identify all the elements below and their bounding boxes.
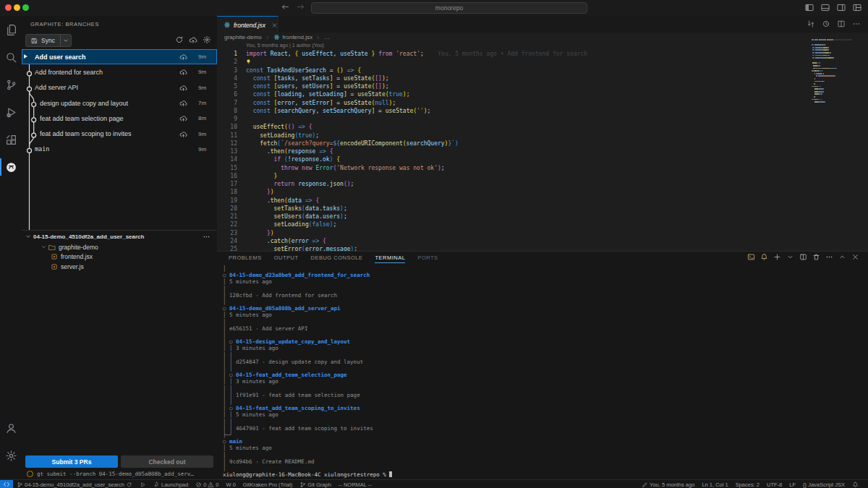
terminal-warn-icon[interactable] — [747, 253, 755, 261]
branch-row[interactable]: Add server API9m — [22, 80, 217, 95]
cloud-up-icon[interactable] — [189, 35, 197, 44]
more-icon[interactable] — [825, 253, 833, 261]
status-item-run-task[interactable] — [136, 480, 150, 488]
trash-icon[interactable] — [812, 253, 820, 261]
chevron-down-icon — [62, 37, 69, 44]
branch-age: 9m — [198, 69, 217, 75]
panel-tab-problems[interactable]: PROBLEMS — [229, 252, 262, 263]
command-center-search[interactable]: monorepo — [311, 2, 587, 14]
chevron-down-icon[interactable] — [786, 253, 794, 261]
status-item-encoding[interactable]: UTF-8 — [763, 480, 786, 488]
status-item-git-branch[interactable]: 04-15-demo_4510df2a_add_user_search — [13, 480, 136, 488]
split-icon[interactable] — [837, 20, 846, 28]
minimize-window-button[interactable] — [14, 4, 20, 11]
minimap[interactable] — [812, 39, 864, 120]
editor-group[interactable]: frontend.jsx graphite-demofrontend.jsx… … — [217, 16, 868, 251]
more-icon[interactable] — [852, 20, 861, 28]
branch-row[interactable]: design update copy and layout7m — [22, 95, 217, 111]
status-item-gitkraken[interactable]: GitKraken Pro (Trial) — [239, 480, 297, 488]
activity-bar-item-source-control[interactable] — [0, 71, 22, 98]
layout-custom-icon[interactable] — [852, 3, 862, 12]
branch-row[interactable]: feat add team selection page8m — [22, 111, 217, 126]
status-item-git-graph[interactable]: Git Graph — [296, 480, 335, 488]
line-number: 16 — [217, 172, 246, 180]
panel-tab-terminal[interactable]: TERMINAL — [375, 252, 405, 263]
file-row-server.js[interactable]: server.js — [22, 262, 217, 272]
arrow-left-icon[interactable] — [281, 2, 290, 12]
line-number: 6 — [217, 90, 246, 98]
line-number: 23 — [217, 229, 246, 237]
terminal-line: │ ○ 04-15-feat_add_team_scoping_to_invit… — [223, 405, 859, 411]
cloud-up-icon[interactable] — [179, 114, 188, 122]
activity-bar-item-search[interactable] — [0, 43, 22, 71]
status-item-label: Git Graph — [307, 481, 331, 488]
breadcrumb-item[interactable]: graphite-demo — [224, 34, 262, 40]
more-actions-icon[interactable] — [203, 233, 210, 241]
branch-row[interactable]: feat add team scoping to invites9m — [22, 126, 217, 141]
status-item-blame[interactable]: You, 5 months ago — [638, 480, 698, 488]
file-name: frontend.jsx — [61, 253, 93, 260]
breadcrumb-item[interactable]: frontend.jsx — [283, 34, 312, 40]
activity-bar-item-gear[interactable] — [0, 442, 22, 469]
status-item-notifications[interactable] — [848, 480, 862, 488]
branch-row[interactable]: main9m — [22, 142, 217, 157]
branch-row[interactable]: Add user search9m — [22, 49, 217, 64]
cloud-up-icon[interactable] — [179, 84, 188, 92]
cloud-up-icon[interactable] — [179, 130, 188, 138]
compare-icon[interactable] — [807, 20, 815, 28]
breadcrumb-item[interactable]: … — [324, 34, 330, 40]
section-header[interactable]: 04-15-demo_4510df2a_add_user_search — [22, 231, 217, 242]
close-window-button[interactable] — [5, 4, 12, 11]
layout-sidebar-icon[interactable] — [804, 3, 814, 12]
arrow-right-icon[interactable] — [296, 2, 305, 12]
layout-panel-icon[interactable] — [820, 3, 830, 12]
panel-tab-debug-console[interactable]: DEBUG CONSOLE — [311, 252, 363, 263]
activity-bar-item-explorer[interactable] — [0, 16, 22, 43]
close-icon[interactable] — [271, 22, 278, 29]
split-icon[interactable] — [799, 253, 807, 261]
status-item-launchpad[interactable]: Launchpad — [150, 480, 192, 488]
status-item-indentation[interactable]: Spaces: 2 — [732, 480, 763, 488]
tab-frontend-jsx[interactable]: frontend.jsx — [217, 16, 278, 33]
panel-tab-ports[interactable]: PORTS — [417, 252, 438, 263]
gear-icon[interactable] — [203, 35, 211, 44]
activity-bar-item-graphite[interactable] — [0, 153, 22, 181]
cloud-up-icon[interactable] — [179, 68, 188, 76]
status-item-vim-mode[interactable]: -- NORMAL -- — [335, 480, 375, 488]
terminal-line: │ 5 minutes ago — [223, 312, 859, 318]
plus-icon[interactable] — [773, 253, 781, 261]
zoom-window-button[interactable] — [22, 4, 29, 11]
cloud-up-icon[interactable] — [179, 53, 188, 61]
activity-bar-item-run-debug[interactable] — [0, 98, 22, 126]
status-item-label: -- NORMAL -- — [339, 481, 372, 488]
terminal[interactable]: │○ 04-15-demo_d23a8be9_add_frontend_for_… — [223, 265, 859, 479]
layout-sidebar-right-icon[interactable] — [836, 3, 846, 12]
code-area[interactable]: 1import React, { useEffect, useState } f… — [217, 50, 803, 253]
chevron-up-icon[interactable] — [838, 253, 846, 261]
cloud-up-icon[interactable] — [179, 99, 188, 107]
checked-out-button[interactable]: Checked out — [121, 455, 213, 468]
activity-bar-item-extensions[interactable] — [0, 126, 22, 153]
branch-row[interactable]: Add frontend for search9m — [22, 64, 217, 80]
status-item-label: W 0 — [226, 481, 236, 488]
status-item-w-counter[interactable]: W 0 — [223, 480, 239, 488]
status-item-remote-indicator[interactable] — [0, 480, 13, 488]
panel-tab-output[interactable]: OUTPUT — [274, 252, 299, 263]
status-item-eol[interactable]: LF — [786, 480, 799, 488]
current-branch-caret-icon — [24, 54, 27, 59]
sync-button[interactable]: Sync — [25, 34, 72, 47]
status-item-language-mode[interactable]: {} JavaScript JSX — [799, 480, 848, 488]
folder-row[interactable]: graphite-demo — [22, 242, 217, 252]
bell-icon[interactable] — [760, 253, 768, 261]
status-item-cursor-position[interactable]: Ln 1, Col 1 — [698, 480, 731, 488]
history-icon[interactable] — [822, 20, 830, 28]
activity-bar-item-account[interactable] — [0, 414, 22, 442]
close-icon[interactable] — [851, 253, 859, 261]
lightbulb-icon[interactable] — [245, 59, 252, 65]
status-item-problems[interactable]: 00 — [192, 480, 222, 488]
sync-dropdown-button[interactable] — [61, 37, 71, 44]
file-row-frontend.jsx[interactable]: frontend.jsx — [22, 252, 217, 262]
submit-prs-button[interactable]: Submit 3 PRs — [25, 455, 118, 468]
breadcrumb[interactable]: graphite-demofrontend.jsx… — [224, 33, 330, 42]
refresh-icon[interactable] — [175, 35, 184, 44]
